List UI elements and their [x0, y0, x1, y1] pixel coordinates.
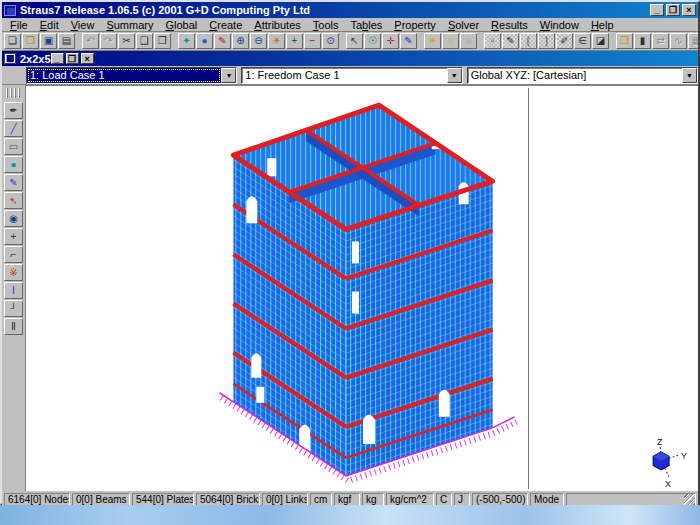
- beam-i-icon[interactable]: Ⅰ: [4, 282, 23, 299]
- axis-y-label: Y: [681, 451, 687, 461]
- target-tool-icon[interactable]: ※: [4, 264, 23, 281]
- status-panel: 0[0] Links: [262, 493, 308, 506]
- print-icon[interactable]: ▤: [58, 33, 75, 49]
- corner-tool-icon[interactable]: ┘: [4, 300, 23, 317]
- axis-triad: Z Y X: [653, 437, 687, 489]
- close-button[interactable]: ×: [682, 4, 696, 16]
- menu-item-attributes[interactable]: Attributes: [248, 19, 306, 31]
- desktop-wallpaper: [0, 505, 700, 525]
- brush-select-icon[interactable]: ❳: [538, 33, 555, 49]
- load-case-combo[interactable]: 1: Load Case 1 ▼: [26, 67, 237, 84]
- menu-item-global[interactable]: Global: [159, 19, 203, 31]
- pointer-tool-icon[interactable]: ✒: [4, 102, 23, 119]
- select-pointer-icon[interactable]: ↖: [346, 33, 363, 49]
- menu-item-summary[interactable]: Summary: [100, 19, 159, 31]
- dropdown-arrow-icon[interactable]: ▼: [447, 68, 462, 83]
- child-minimize-button[interactable]: _: [51, 53, 64, 64]
- scale-down-icon[interactable]: −: [304, 33, 321, 49]
- redraw-icon[interactable]: ☀: [268, 33, 285, 49]
- light-half-icon[interactable]: ☼: [442, 33, 459, 49]
- main-toolbar: ❏❐▣▤↶↷✂❑❒✦●✎⊕⊖☀+−⊙↖☉✛✎☀☼☼▫✎❲❳✐∈◪❐▮⇄∿▦☰: [2, 32, 698, 51]
- pen-tool-icon[interactable]: ✎: [4, 174, 23, 191]
- compare-icon: ⇄: [652, 33, 669, 49]
- status-panel: kg: [362, 493, 384, 506]
- section-ii-icon[interactable]: Ⅱ: [4, 318, 23, 335]
- status-panel: cm: [310, 493, 332, 506]
- polyline-select-icon[interactable]: ✎: [502, 33, 519, 49]
- grid-icon: ▦: [688, 33, 698, 49]
- menu-item-results[interactable]: Results: [485, 19, 534, 31]
- view-eye-icon[interactable]: ◉: [4, 210, 23, 227]
- new-file-icon[interactable]: ❏: [4, 33, 21, 49]
- menu-item-tools[interactable]: Tools: [307, 19, 345, 31]
- undo-icon: ↶: [82, 33, 99, 49]
- zoom-in-icon[interactable]: ⊕: [232, 33, 249, 49]
- dropdown-arrow-icon[interactable]: ▼: [221, 68, 236, 83]
- cut-icon[interactable]: ✂: [118, 33, 135, 49]
- status-panel: 544[0] Plates: [132, 493, 194, 506]
- menu-item-file[interactable]: File: [4, 19, 34, 31]
- paste-icon[interactable]: ❒: [154, 33, 171, 49]
- save-file-icon[interactable]: ▣: [40, 33, 57, 49]
- maximize-button[interactable]: ❐: [666, 4, 680, 16]
- freedom-case-combo[interactable]: 1: Freedom Case 1 ▼: [241, 67, 462, 84]
- freedom-case-value: 1: Freedom Case 1: [242, 68, 446, 83]
- menu-item-view[interactable]: View: [65, 19, 101, 31]
- bracket-tool-icon[interactable]: ⌐: [4, 246, 23, 263]
- menu-item-window[interactable]: Window: [534, 19, 585, 31]
- light-on-icon[interactable]: ☀: [424, 33, 441, 49]
- group-folder-icon[interactable]: ❐: [616, 33, 633, 49]
- entity-display-icon[interactable]: ✦: [178, 33, 195, 49]
- draw-pen-icon[interactable]: ✎: [400, 33, 417, 49]
- orbit-tool-icon[interactable]: ●: [4, 156, 23, 173]
- child-titlebar[interactable]: ▦ 2x2x5 _❐×: [2, 51, 698, 66]
- child-restore-button[interactable]: ❐: [66, 53, 79, 64]
- free-edge-icon[interactable]: ✎: [214, 33, 231, 49]
- child-window-title: 2x2x5: [20, 53, 51, 65]
- copy-icon[interactable]: ❑: [136, 33, 153, 49]
- load-case-value: 1: Load Case 1: [27, 68, 221, 83]
- layer-bar-icon[interactable]: ▮: [634, 33, 651, 49]
- case-toolbar: 1: Load Case 1 ▼ 1: Freedom Case 1 ▼ Glo…: [2, 66, 698, 85]
- menu-item-property[interactable]: Property: [388, 19, 442, 31]
- scale-up-icon[interactable]: +: [286, 33, 303, 49]
- status-panel: 0[0] Beams: [72, 493, 130, 506]
- region-select-icon[interactable]: ❲: [520, 33, 537, 49]
- dart-tool-icon[interactable]: ➴: [4, 192, 23, 209]
- model-canvas[interactable]: Z Y X: [26, 85, 698, 491]
- status-panel: kgf: [334, 493, 360, 506]
- world-view-icon[interactable]: ☉: [364, 33, 381, 49]
- open-file-icon[interactable]: ❐: [22, 33, 39, 49]
- view-rotate-icon[interactable]: ●: [196, 33, 213, 49]
- clear-select-icon[interactable]: ∈: [574, 33, 591, 49]
- axis-z-label: Z: [657, 437, 663, 447]
- zoom-out-icon[interactable]: ⊖: [250, 33, 267, 49]
- toolbar-grip[interactable]: [6, 88, 22, 98]
- app-title: Straus7 Release 1.06.5 (c) 2001 G+D Comp…: [20, 4, 650, 16]
- child-close-button[interactable]: ×: [81, 53, 94, 64]
- coord-system-combo[interactable]: Global XYZ: [Cartesian] ▼: [467, 67, 698, 84]
- marquee-select-icon[interactable]: ▫: [484, 33, 501, 49]
- resize-grip[interactable]: [684, 494, 695, 505]
- menu-item-edit[interactable]: Edit: [34, 19, 65, 31]
- dropdown-arrow-icon[interactable]: ▼: [682, 68, 697, 83]
- add-node-icon[interactable]: +: [4, 228, 23, 245]
- app-titlebar[interactable]: Straus7 Release 1.06.5 (c) 2001 G+D Comp…: [2, 2, 698, 18]
- status-panel: C: [436, 493, 452, 506]
- snap-grid-icon[interactable]: ✛: [382, 33, 399, 49]
- menu-item-solver[interactable]: Solver: [442, 19, 485, 31]
- contrast-icon[interactable]: ◪: [592, 33, 609, 49]
- zoom-box-icon[interactable]: ⊙: [322, 33, 339, 49]
- rect-tool-icon[interactable]: ▭: [4, 138, 23, 155]
- redo-icon: ↷: [100, 33, 117, 49]
- light-off-icon[interactable]: ☼: [460, 33, 477, 49]
- pick-select-icon[interactable]: ✐: [556, 33, 573, 49]
- building-model[interactable]: [219, 105, 516, 481]
- line-tool-icon[interactable]: ╱: [4, 120, 23, 137]
- menu-item-tables[interactable]: Tables: [344, 19, 388, 31]
- status-panel: 5064[0] Bricks: [196, 493, 260, 506]
- minimize-button[interactable]: _: [650, 4, 664, 16]
- menu-item-create[interactable]: Create: [203, 19, 248, 31]
- app-icon: [4, 5, 16, 16]
- menu-item-help[interactable]: Help: [585, 19, 620, 31]
